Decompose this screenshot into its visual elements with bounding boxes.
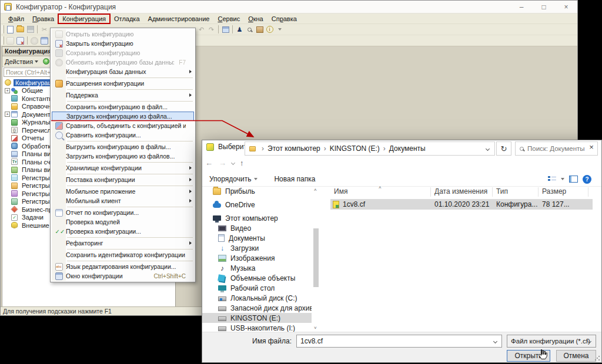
nav-item-3[interactable]: Этот компьютер — [202, 213, 312, 223]
find-icon[interactable] — [245, 25, 254, 34]
history-caret-icon[interactable] — [231, 160, 235, 164]
nav-item-13[interactable]: KINGSTON (E:) — [202, 313, 312, 323]
scroll-thumb[interactable] — [313, 228, 319, 287]
nav-item-9[interactable]: Объемные объекты — [202, 273, 312, 283]
forward-icon[interactable]: → — [219, 159, 226, 167]
toolbar-grip[interactable] — [2, 25, 4, 33]
scroll-down-icon[interactable]: ˅ — [314, 325, 317, 331]
breadcrumb-this-pc[interactable]: Этот компьютер — [267, 144, 320, 153]
nav-item-1[interactable]: Прибыль — [202, 186, 312, 196]
column-size[interactable]: Размер — [542, 187, 566, 198]
menubar-item-1[interactable]: Файл — [4, 14, 28, 23]
db-config-icon[interactable] — [30, 36, 39, 45]
cancel-button[interactable]: Отмена — [556, 350, 596, 362]
menu-item-23[interactable]: Мобильное приложение — [52, 187, 194, 196]
nav-item-7[interactable]: Изображения — [202, 253, 312, 263]
menubar-item-2[interactable]: Правка — [28, 14, 58, 23]
menu-item-19[interactable]: Хранилище конфигурации — [52, 163, 194, 173]
toolbar-grip[interactable] — [2, 36, 4, 45]
menu-item-3[interactable]: Сохранить конфигурацию — [52, 48, 194, 58]
add-icon[interactable]: + — [43, 58, 49, 65]
column-type[interactable]: Тип — [496, 187, 508, 198]
file-row[interactable]: 1cv8.cf 01.10.2020 23:21 Конфигура... 78… — [330, 199, 593, 210]
scroll-up-icon[interactable]: ˄ — [314, 187, 317, 193]
menubar-item-6[interactable]: Сервис — [213, 14, 244, 23]
view-mode-caret-icon[interactable] — [561, 178, 564, 180]
cut-icon[interactable]: ✂ — [40, 25, 49, 34]
menubar-item-5[interactable]: Администрирование — [144, 14, 214, 23]
menubar-item-7[interactable]: Окна — [244, 14, 267, 23]
breadcrumb-documents[interactable]: Документы — [389, 144, 426, 153]
filename-dropdown-icon[interactable] — [493, 339, 497, 343]
nav-item-12[interactable]: Запасной диск для архива — [202, 303, 312, 313]
organize-button[interactable]: Упорядочить — [209, 175, 257, 183]
nav-item-2[interactable]: OneDrive — [202, 200, 312, 210]
nav-item-4[interactable]: Видео — [202, 223, 312, 233]
nav-item-5[interactable]: Документы — [202, 233, 312, 243]
open-file-icon[interactable] — [16, 25, 25, 34]
db-update-icon[interactable] — [40, 36, 49, 45]
nav-scrollbar[interactable]: ˄ ˅ — [313, 187, 319, 331]
actions-button[interactable]: Действия — [5, 58, 33, 65]
menu-item-5[interactable]: Конфигурация базы данных — [52, 67, 194, 76]
config-close-icon[interactable] — [16, 36, 25, 45]
config-open-icon[interactable] — [6, 36, 15, 45]
maximize-button[interactable]: □ — [533, 1, 555, 13]
nav-item-8[interactable]: ♪Музыка — [202, 263, 312, 273]
expander-icon[interactable]: + — [5, 112, 10, 117]
column-modified[interactable]: Дата изменения — [434, 187, 487, 198]
menubar-item-8[interactable]: Справка — [267, 14, 301, 23]
resize-grip[interactable] — [594, 355, 600, 361]
menubar-item-4[interactable]: Отладка — [110, 14, 143, 23]
menu-item-21[interactable]: Поставка конфигурации — [52, 175, 194, 184]
nav-item-6[interactable]: ↓Загрузки — [202, 243, 312, 253]
view-mode-icon[interactable] — [548, 176, 556, 183]
menu-item-12[interactable]: Загрузить конфигурацию из файла... — [52, 112, 194, 121]
menu-item-17[interactable]: Загрузить конфигурацию из файлов... — [52, 151, 194, 161]
breadcrumb-kingston[interactable]: KINGSTON (E:) — [330, 144, 380, 153]
menu-item-2[interactable]: Закрыть конфигурацию — [52, 39, 194, 48]
column-name[interactable]: Имя — [334, 187, 347, 198]
menu-item-16[interactable]: Выгрузить конфигурацию в файлы... — [52, 142, 194, 151]
menu-item-7[interactable]: Расширения конфигурации — [52, 79, 194, 88]
menu-item-27[interactable]: Проверка модулей — [52, 217, 194, 227]
info-icon[interactable]: i — [265, 25, 274, 34]
menu-item-4[interactable]: Обновить конфигурацию базы данныхF7 — [52, 58, 194, 67]
nav-item-14[interactable]: USB-накопитель (I:) — [202, 323, 312, 332]
preview-pane-icon[interactable] — [569, 176, 578, 183]
search-input[interactable]: Поиск: Документы — [515, 141, 598, 156]
save-icon[interactable] — [26, 25, 35, 34]
new-file-icon[interactable] — [6, 25, 15, 34]
back-icon[interactable]: ← — [205, 159, 213, 167]
help-book-icon[interactable] — [255, 25, 264, 34]
menu-item-24[interactable]: Мобильный клиент — [52, 196, 194, 205]
filename-input[interactable]: 1cv8.cf — [296, 335, 502, 348]
syntax-check-icon[interactable]: ♟ — [235, 25, 244, 34]
redo-icon[interactable]: ↷ — [207, 25, 216, 34]
copy-window-icon[interactable] — [221, 25, 230, 34]
menu-item-26[interactable]: Отчет по конфигурации... — [52, 208, 194, 217]
nav-item-10[interactable]: Рабочий стол — [202, 283, 312, 293]
menu-item-30[interactable]: Рефакторинг — [52, 238, 194, 248]
minimize-button[interactable]: – — [510, 1, 533, 13]
menu-item-14[interactable]: Сравнить конфигурации... — [52, 130, 194, 140]
menu-item-11[interactable]: Сохранить конфигурацию в файл... — [52, 102, 194, 112]
toolbar-more-icon[interactable] — [275, 25, 284, 34]
up-icon[interactable]: ↑ — [240, 159, 244, 167]
expander-icon[interactable]: + — [5, 88, 10, 93]
close-button[interactable]: × — [555, 1, 577, 13]
menu-item-35[interactable]: Окно конфигурацииCtrl+Shift+C — [52, 271, 194, 281]
refresh-button[interactable]: ↻ — [496, 141, 511, 156]
menu-item-9[interactable]: Поддержка — [52, 90, 194, 100]
help-icon[interactable]: ? — [583, 175, 591, 184]
menubar-item-3[interactable]: Конфигурация — [58, 14, 110, 23]
undo-icon[interactable]: ↶ — [197, 25, 206, 34]
nav-item-11[interactable]: Локальный диск (C:) — [202, 293, 312, 303]
menu-item-28[interactable]: ✓✓Проверка конфигурации... — [52, 227, 194, 236]
filetype-select[interactable]: Файл конфигурации (*.cf) — [507, 335, 596, 348]
menu-item-13[interactable]: Сравнить, объединить с конфигурацией из … — [52, 121, 194, 130]
menu-item-32[interactable]: Сохранить идентификатор конфигурации в ф… — [52, 250, 194, 259]
address-bar[interactable]: › Этот компьютер › KINGSTON (E:) › Докум… — [245, 141, 495, 156]
menu-item-34[interactable]: abcЯзык редактирования конфигурации... — [52, 262, 194, 271]
new-folder-button[interactable]: Новая папка — [274, 175, 315, 183]
